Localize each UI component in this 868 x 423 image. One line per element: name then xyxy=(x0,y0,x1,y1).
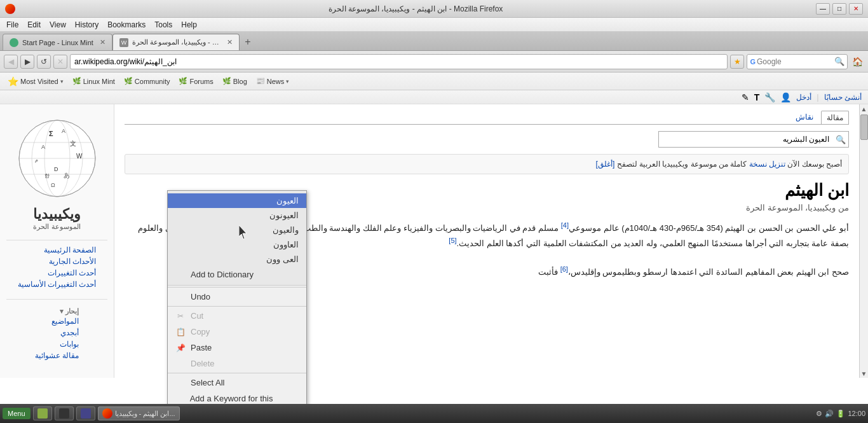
ctx-suggestion-5[interactable]: العى وون xyxy=(168,252,306,267)
bookmark-blog[interactable]: 🌿 Blog xyxy=(219,76,251,87)
stop-button[interactable]: ✕ xyxy=(53,55,67,69)
notice-text-after: كاملة من موسوعة ويكيبيديا العربية لتصفح xyxy=(617,160,749,169)
ctx-cut: ✂ Cut xyxy=(168,308,306,324)
search-submit-icon[interactable]: 🔍 xyxy=(834,57,844,66)
taskbar-file-manager[interactable] xyxy=(33,406,52,420)
sidebar-link-current-events[interactable]: الأحداث الجارية xyxy=(18,256,97,267)
sidebar-link-homepage[interactable]: الصفحة الرئيسية xyxy=(18,244,97,256)
bookmark-linux-mint[interactable]: 🌿 Linux Mint xyxy=(69,76,119,87)
tab-talk[interactable]: نقاش xyxy=(790,111,818,124)
article-text-4: فأثبت xyxy=(538,267,558,277)
ctx-delete-label: Delete xyxy=(191,359,215,368)
menu-tools[interactable]: Tools xyxy=(151,19,176,31)
bookmarksbar: ⭐ Most Visited ▾ 🌿 Linux Mint 🌿 Communit… xyxy=(0,73,868,90)
bookmark-most-visited[interactable]: ⭐ Most Visited ▾ xyxy=(4,75,67,88)
tab-close-start[interactable]: ✕ xyxy=(100,38,105,46)
ctx-suggestion-1[interactable]: العيون xyxy=(168,193,306,208)
ctx-undo[interactable]: Undo xyxy=(168,289,306,305)
reload-button[interactable]: ↺ xyxy=(37,55,51,69)
new-tab-button[interactable]: + xyxy=(240,34,256,50)
bookmark-news[interactable]: 📰 News ▾ xyxy=(252,76,294,87)
tab-article[interactable]: مقالة xyxy=(821,111,849,124)
maximize-button[interactable]: □ xyxy=(832,3,846,15)
taskbar-menu-button[interactable]: Menu xyxy=(3,408,31,419)
sidebar-link-recent-changes[interactable]: أحدث التغييرات xyxy=(18,267,97,279)
sidebar-nav-random[interactable]: مقالة عشوائية xyxy=(35,350,79,361)
notice-link[interactable]: تنزيل نسخة xyxy=(749,160,785,169)
bookmark-forums[interactable]: 🌿 Forums xyxy=(175,76,217,87)
copy-icon: 📋 xyxy=(175,328,186,336)
taskbar-terminal-icon xyxy=(59,408,69,419)
menu-file[interactable]: File xyxy=(3,19,22,31)
tab-close-wiki[interactable]: ✕ xyxy=(227,38,233,46)
cut-icon: ✂ xyxy=(175,312,186,321)
sidebar-nav-alpha[interactable]: أبجدي xyxy=(35,327,79,338)
window-controls[interactable]: — □ ✕ xyxy=(816,3,863,15)
login-create-account[interactable]: أنشئ حسابًا xyxy=(824,93,862,102)
bookmark-community[interactable]: 🌿 Community xyxy=(120,76,174,87)
article-ref2[interactable]: [5] xyxy=(449,237,456,244)
svg-text:Ω: Ω xyxy=(51,182,55,188)
bookmark-arrow-most-visited: ▾ xyxy=(60,78,64,85)
scrollbar-vertical[interactable]: ▲ ▼ xyxy=(859,104,868,378)
bookmark-icon-news: 📰 xyxy=(256,77,265,85)
menu-help[interactable]: Help xyxy=(177,19,201,31)
loginbar: أنشئ حسابًا | أدخل 👤 🔧 T ✎ xyxy=(0,90,868,104)
taskbar-fm-icon xyxy=(37,408,48,419)
svg-text:D: D xyxy=(54,166,58,172)
article-ref3[interactable]: [6] xyxy=(560,265,568,273)
bookmark-label-forums: Forums xyxy=(189,78,213,85)
menu-bookmarks[interactable]: Bookmarks xyxy=(104,19,149,31)
scroll-down-button[interactable]: ▼ xyxy=(860,369,868,378)
ctx-undo-label: Undo xyxy=(191,292,210,302)
menu-history[interactable]: History xyxy=(71,19,102,31)
scroll-up-button[interactable]: ▲ xyxy=(860,104,868,113)
svg-text:A: A xyxy=(62,128,65,134)
ctx-suggestion-4[interactable]: العاوون xyxy=(168,237,306,252)
tab-wikipedia[interactable]: W ابن الهيثم - ويكيبيديا، الموسوعة الحرة… xyxy=(112,34,240,50)
bookmark-star[interactable]: ★ xyxy=(730,55,744,69)
ctx-sep-1 xyxy=(168,287,306,288)
ctx-delete: Delete xyxy=(168,356,306,371)
wiki-search-input[interactable] xyxy=(659,135,833,144)
taskbar-firefox[interactable]: ابن الهيثم - ويكيبيديا... xyxy=(98,406,180,420)
ctx-select-all[interactable]: Select All xyxy=(168,375,306,391)
login-signin[interactable]: أدخل xyxy=(796,93,811,102)
minimize-button[interactable]: — xyxy=(816,3,830,15)
sidebar-nav-portals[interactable]: بوابات xyxy=(35,338,79,350)
scroll-thumb[interactable] xyxy=(860,114,868,140)
forward-button[interactable]: ▶ xyxy=(20,55,34,69)
ctx-paste[interactable]: 📌 Paste xyxy=(168,340,306,356)
ctx-suggestion-2[interactable]: العيونون xyxy=(168,208,306,223)
edit-icon: ✎ xyxy=(742,92,749,102)
article-text-1: أبو علي الحسن بن الحسن بن الهيثم (354 هـ… xyxy=(569,223,849,233)
sidebar-nav-topics[interactable]: المواضيع xyxy=(35,316,79,327)
bookmark-icon-mint: 🌿 xyxy=(72,77,81,85)
back-button[interactable]: ◀ xyxy=(4,55,18,69)
search-input[interactable] xyxy=(757,57,833,66)
home-button[interactable]: 🏠 xyxy=(850,55,864,69)
sidebar-link-basic-changes[interactable]: أحدث التغييرات الأساسية xyxy=(18,279,97,290)
wiki-search-box: 🔍 xyxy=(658,131,849,148)
bookmark-label-most-visited: Most Visited xyxy=(20,78,58,85)
sidebar-nav-main: الصفحة الرئيسية الأحداث الجارية أحدث الت… xyxy=(18,244,97,290)
tab-label-wiki: ابن الهيثم - ويكيبيديا، الموسوعة الحرة xyxy=(132,38,220,46)
article-ref1[interactable]: [4] xyxy=(561,221,569,229)
taskbar-terminal[interactable] xyxy=(55,406,74,420)
svg-text:م: م xyxy=(35,157,38,163)
close-notice[interactable]: [أغلق] xyxy=(596,160,615,169)
window-title: ابن الهيثم - ويكيبيديا، الموسوعة الحرة -… xyxy=(15,4,816,13)
ctx-suggestion-3[interactable]: والعيون xyxy=(168,223,306,237)
menu-view[interactable]: View xyxy=(46,19,70,31)
bookmark-label-community: Community xyxy=(135,78,170,85)
tab-start-page[interactable]: Start Page - Linux Mint ✕ xyxy=(3,34,112,50)
url-input[interactable] xyxy=(70,54,728,69)
taskbar-tray: ⚙ 🔊 🔋 12:00 xyxy=(816,410,865,418)
close-button[interactable]: ✕ xyxy=(849,3,863,15)
ctx-sep-2 xyxy=(168,306,306,307)
taskbar-text-editor[interactable] xyxy=(76,406,95,420)
sidebar-nav-title-browse: إبحار ▾ xyxy=(35,307,79,316)
menu-edit[interactable]: Edit xyxy=(24,19,44,31)
ctx-select-all-label: Select All xyxy=(191,378,224,387)
ctx-add-to-dict[interactable]: Add to Dictionary xyxy=(168,267,306,282)
